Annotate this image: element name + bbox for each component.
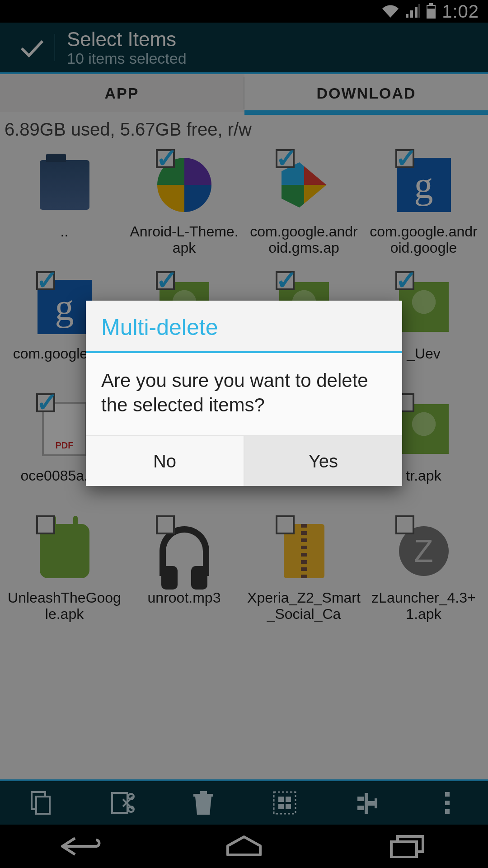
dialog-layer: Multi-delete Are you sure you want to de… [0, 0, 488, 868]
dialog-message: Are you sure you want to delete the sele… [86, 353, 402, 435]
multi-delete-dialog: Multi-delete Are you sure you want to de… [86, 301, 402, 486]
dialog-no-button[interactable]: No [86, 436, 244, 486]
dialog-title: Multi-delete [86, 301, 402, 351]
dialog-yes-button[interactable]: Yes [244, 436, 402, 486]
dialog-actions: No Yes [86, 435, 402, 486]
